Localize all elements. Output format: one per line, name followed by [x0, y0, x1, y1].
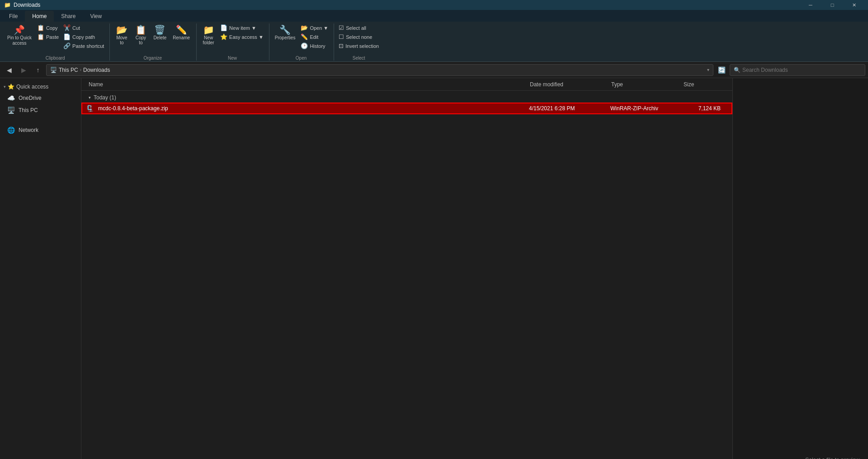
copy-paste-col: 📋 Copy 📋 Paste — [35, 23, 61, 41]
group-header-today: ▾ Today (1) — [81, 93, 732, 103]
onedrive-icon: ☁️ — [7, 94, 15, 102]
clipboard-label: Clipboard — [5, 55, 106, 61]
organize-label: Organize — [113, 55, 193, 61]
file-area: Name Date modified Type Size ▾ Today (1)… — [81, 78, 732, 459]
select-all-button[interactable]: ☑ Select all — [337, 23, 381, 32]
copy-button[interactable]: 📋 Copy — [35, 23, 61, 32]
file-date: 4/15/2021 6:28 PM — [529, 105, 610, 112]
copy-path-button[interactable]: 📄 Copy path — [61, 33, 106, 41]
tab-home[interactable]: Home — [25, 11, 54, 22]
col-header-type[interactable]: Type — [611, 81, 684, 88]
history-button[interactable]: 🕑 History — [299, 42, 330, 50]
forward-button[interactable]: ▶ — [17, 64, 30, 76]
sidebar-item-network[interactable]: 🌐 Network — [2, 124, 79, 136]
easy-access-button[interactable]: ⭐ Easy access ▼ — [218, 33, 265, 41]
easy-access-icon: ⭐ — [220, 33, 227, 40]
new-label: New — [199, 55, 265, 61]
column-headers: Name Date modified Type Size — [81, 78, 732, 91]
preview-pane: Select a file to preview. — [732, 78, 868, 459]
open-items-col: 📂 Open ▼ ✏️ Edit 🕑 History — [299, 23, 330, 50]
open-button[interactable]: 📂 Open ▼ — [299, 23, 330, 32]
col-header-name[interactable]: Name — [85, 81, 530, 88]
onedrive-label: OneDrive — [19, 95, 42, 101]
thispc-label: This PC — [19, 107, 38, 113]
move-to-button[interactable]: 📂 Moveto — [113, 23, 131, 47]
properties-icon: 🔧 — [279, 25, 291, 34]
pin-icon: 📌 — [14, 25, 25, 34]
breadcrumb-thispc[interactable]: This PC — [59, 67, 78, 73]
breadcrumb-sep-1: › — [80, 67, 81, 72]
organize-buttons: 📂 Moveto 📋 Copyto 🗑️ Delete ✏️ Rename — [113, 23, 193, 55]
file-size: 7,124 KB — [683, 105, 728, 112]
col-header-size[interactable]: Size — [684, 81, 729, 88]
search-input[interactable] — [742, 67, 861, 73]
sidebar-item-onedrive[interactable]: ☁️ OneDrive — [2, 92, 79, 104]
ribbon-content: 📌 Pin to Quickaccess 📋 Copy 📋 Paste — [0, 22, 868, 61]
edit-button[interactable]: ✏️ Edit — [299, 33, 330, 41]
select-none-icon: ☐ — [339, 33, 344, 40]
cut-button[interactable]: ✂️ Cut — [61, 23, 106, 32]
address-bar: ◀ ▶ ↑ 🖥️ This PC › Downloads ▾ 🔄 🔍 — [0, 62, 868, 78]
up-button[interactable]: ↑ — [32, 64, 44, 76]
new-item-icon: 📄 — [220, 24, 227, 31]
app-icon: 📁 — [4, 1, 11, 9]
paste-icon: 📋 — [37, 33, 44, 40]
preview-text: Select a file to preview. — [805, 457, 861, 459]
delete-button[interactable]: 🗑️ Delete — [151, 23, 169, 42]
breadcrumb[interactable]: 🖥️ This PC › Downloads ▾ — [46, 64, 713, 76]
new-group: 📁 Newfolder 📄 New item ▼ ⭐ Easy access ▼… — [198, 23, 269, 61]
invert-icon: ⊡ — [339, 42, 344, 49]
new-item-button[interactable]: 📄 New item ▼ — [218, 23, 265, 32]
copy-to-icon: 📋 — [135, 25, 146, 34]
open-group: 🔧 Properties 📂 Open ▼ ✏️ Edit 🕑 History — [270, 23, 334, 61]
folder-icon: 🖥️ — [50, 67, 57, 73]
tab-view[interactable]: View — [83, 11, 109, 22]
ribbon-tabs: File Home Share View — [0, 10, 868, 22]
quick-access-arrow: ▾ — [4, 84, 6, 89]
rename-button[interactable]: ✏️ Rename — [170, 23, 193, 42]
sidebar-item-thispc[interactable]: 🖥️ This PC — [2, 104, 79, 116]
new-folder-icon: 📁 — [203, 25, 214, 34]
clipboard-group: 📌 Pin to Quickaccess 📋 Copy 📋 Paste — [3, 23, 110, 61]
quick-access-section[interactable]: ▾ ⭐ Quick access — [0, 82, 81, 92]
back-button[interactable]: ◀ — [3, 64, 15, 76]
table-row[interactable]: 🗜️ mcdc-0.8.4-beta-package.zip 4/15/2021… — [81, 103, 732, 114]
ribbon: File Home Share View 📌 Pin to Quickacces… — [0, 10, 868, 62]
maximize-button[interactable]: □ — [822, 0, 843, 10]
select-group: ☑ Select all ☐ Select none ⊡ Invert sele… — [335, 23, 384, 61]
move-icon: 📂 — [116, 25, 127, 34]
tab-share[interactable]: Share — [54, 11, 83, 22]
title-bar: 📁 Downloads ─ □ ✕ — [0, 0, 868, 10]
network-icon: 🌐 — [7, 126, 15, 134]
col-header-date[interactable]: Date modified — [530, 81, 611, 88]
sidebar: ▾ ⭐ Quick access ☁️ OneDrive 🖥️ This PC … — [0, 78, 81, 459]
file-type: WinRAR-ZIP-Archiv — [610, 105, 683, 112]
invert-selection-button[interactable]: ⊡ Invert selection — [337, 42, 381, 50]
paste-button[interactable]: 📋 Paste — [35, 33, 61, 41]
new-folder-button[interactable]: 📁 Newfolder — [199, 23, 217, 47]
paste-shortcut-icon: 🔗 — [63, 42, 71, 49]
zip-icon: 🗜️ — [86, 105, 94, 112]
pin-to-quick-access-button[interactable]: 📌 Pin to Quickaccess — [5, 23, 34, 48]
select-buttons: ☑ Select all ☐ Select none ⊡ Invert sele… — [337, 23, 381, 55]
breadcrumb-downloads[interactable]: Downloads — [83, 67, 110, 73]
search-box[interactable]: 🔍 — [730, 64, 865, 76]
refresh-button[interactable]: 🔄 — [715, 64, 728, 76]
copy-to-button[interactable]: 📋 Copyto — [132, 23, 150, 47]
pin-label: Pin to Quickaccess — [7, 35, 32, 46]
new-items-col: 📄 New item ▼ ⭐ Easy access ▼ — [218, 23, 265, 41]
title-bar-left: 📁 Downloads — [4, 1, 40, 9]
title-bar-title: Downloads — [14, 2, 40, 8]
file-list: ▾ Today (1) 🗜️ mcdc-0.8.4-beta-package.z… — [81, 91, 732, 459]
delete-icon: 🗑️ — [154, 25, 165, 34]
group-arrow: ▾ — [89, 95, 91, 100]
paste-shortcut-button[interactable]: 🔗 Paste shortcut — [61, 42, 106, 50]
tab-file[interactable]: File — [2, 11, 25, 22]
file-name: mcdc-0.8.4-beta-package.zip — [96, 105, 529, 112]
minimize-button[interactable]: ─ — [800, 0, 821, 10]
select-none-button[interactable]: ☐ Select none — [337, 33, 381, 41]
close-button[interactable]: ✕ — [844, 0, 864, 10]
properties-button[interactable]: 🔧 Properties — [272, 23, 298, 42]
select-col: ☑ Select all ☐ Select none ⊡ Invert sele… — [337, 23, 381, 50]
copy-path-icon: 📄 — [63, 33, 71, 40]
